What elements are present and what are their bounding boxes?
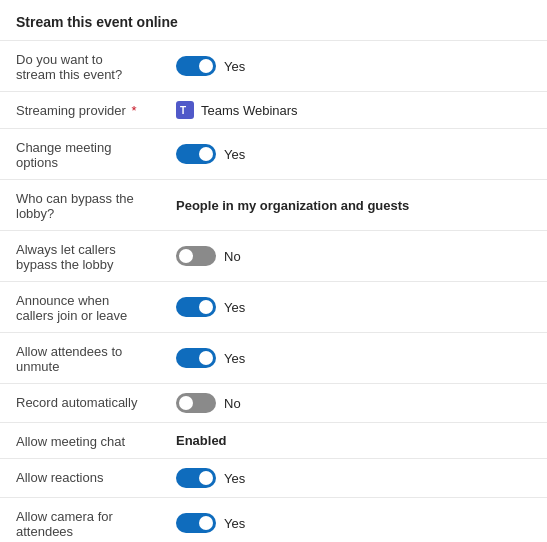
toggle-thumb	[179, 249, 193, 263]
toggle-track	[176, 56, 216, 76]
row-label: Allow reactions	[0, 459, 160, 498]
toggle-label: Yes	[224, 300, 245, 315]
row-label: Allow camera for attendees	[0, 498, 160, 543]
toggle-track	[176, 297, 216, 317]
row-label: Announce when callers join or leave	[0, 282, 160, 333]
toggle-label: Yes	[224, 351, 245, 366]
toggle-wrapper[interactable]: Yes	[176, 468, 531, 488]
toggle-label: Yes	[224, 59, 245, 74]
provider-wrapper: T Teams Webinars	[176, 101, 531, 119]
toggle-label: Yes	[224, 147, 245, 162]
table-row: Who can bypass the lobby?People in my or…	[0, 180, 547, 231]
toggle-switch[interactable]	[176, 393, 216, 413]
toggle-wrapper[interactable]: Yes	[176, 144, 531, 164]
teams-icon: T	[176, 101, 194, 119]
table-row: Always let callers bypass the lobbyNo	[0, 231, 547, 282]
row-label: Allow attendees to unmute	[0, 333, 160, 384]
bold-value: Enabled	[176, 433, 227, 448]
toggle-thumb	[179, 396, 193, 410]
toggle-label: Yes	[224, 516, 245, 531]
table-row: Allow meeting chatEnabled	[0, 423, 547, 459]
toggle-track	[176, 144, 216, 164]
toggle-wrapper[interactable]: No	[176, 393, 531, 413]
svg-text:T: T	[180, 105, 186, 116]
toggle-track	[176, 513, 216, 533]
required-star: *	[128, 103, 137, 118]
toggle-switch[interactable]	[176, 56, 216, 76]
toggle-thumb	[199, 147, 213, 161]
row-label: Always let callers bypass the lobby	[0, 231, 160, 282]
provider-name: Teams Webinars	[201, 103, 298, 118]
row-label: Record automatically	[0, 384, 160, 423]
toggle-thumb	[199, 351, 213, 365]
toggle-switch[interactable]	[176, 348, 216, 368]
toggle-wrapper[interactable]: Yes	[176, 513, 531, 533]
row-label: Streaming provider *	[0, 92, 160, 129]
toggle-thumb	[199, 59, 213, 73]
toggle-thumb	[199, 516, 213, 530]
table-row: Allow reactionsYes	[0, 459, 547, 498]
bold-value: People in my organization and guests	[176, 198, 409, 213]
toggle-label: No	[224, 396, 241, 411]
page-title: Stream this event online	[0, 0, 547, 40]
toggle-switch[interactable]	[176, 246, 216, 266]
table-row: Record automaticallyNo	[0, 384, 547, 423]
row-label: Who can bypass the lobby?	[0, 180, 160, 231]
table-row: Do you want to stream this event?Yes	[0, 41, 547, 92]
row-label: Allow meeting chat	[0, 423, 160, 459]
toggle-label: Yes	[224, 471, 245, 486]
toggle-wrapper[interactable]: No	[176, 246, 531, 266]
table-row: Allow camera for attendeesYes	[0, 498, 547, 543]
table-row: Streaming provider * T Teams Webinars	[0, 92, 547, 129]
toggle-wrapper[interactable]: Yes	[176, 297, 531, 317]
toggle-thumb	[199, 471, 213, 485]
toggle-thumb	[199, 300, 213, 314]
toggle-track	[176, 246, 216, 266]
toggle-track	[176, 468, 216, 488]
table-row: Change meeting optionsYes	[0, 129, 547, 180]
row-label: Change meeting options	[0, 129, 160, 180]
toggle-switch[interactable]	[176, 468, 216, 488]
toggle-wrapper[interactable]: Yes	[176, 348, 531, 368]
toggle-track	[176, 393, 216, 413]
toggle-wrapper[interactable]: Yes	[176, 56, 531, 76]
row-label: Do you want to stream this event?	[0, 41, 160, 92]
table-row: Announce when callers join or leaveYes	[0, 282, 547, 333]
toggle-switch[interactable]	[176, 144, 216, 164]
toggle-switch[interactable]	[176, 297, 216, 317]
toggle-switch[interactable]	[176, 513, 216, 533]
table-row: Allow attendees to unmuteYes	[0, 333, 547, 384]
toggle-track	[176, 348, 216, 368]
settings-table: Do you want to stream this event?YesStre…	[0, 40, 547, 542]
toggle-label: No	[224, 249, 241, 264]
